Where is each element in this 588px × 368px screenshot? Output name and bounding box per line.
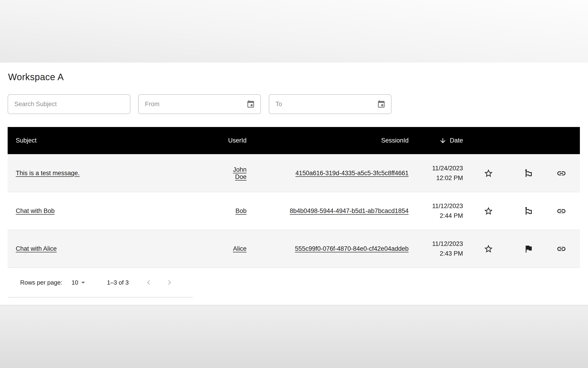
calendar-icon xyxy=(377,100,386,109)
header-date-label: Date xyxy=(450,136,463,146)
table-pagination: Rows per page: 10 1–3 of 3 xyxy=(8,268,580,297)
rows-per-page-label: Rows per page: xyxy=(20,279,62,286)
pagination-range-label: 1–3 of 3 xyxy=(107,279,129,286)
page-title: Workspace A xyxy=(8,72,580,82)
userid-link[interactable]: Alice xyxy=(233,245,246,252)
userid-link[interactable]: John Doe xyxy=(233,166,246,180)
sessionid-link[interactable]: 8b4b0498-5944-4947-b5d1-ab7bcacd1854 xyxy=(290,207,409,214)
header-date-sort[interactable]: Date xyxy=(409,136,463,146)
date-cell: 11/12/2023 2:44 PM xyxy=(409,201,463,221)
sessionid-link[interactable]: 555c99f0-076f-4870-84e0-cf42e04addeb xyxy=(295,245,409,252)
date-cell: 11/12/2023 2:43 PM xyxy=(409,239,463,259)
table-row: Chat with Alice Alice 555c99f0-076f-4870… xyxy=(8,230,580,267)
flag-filled-icon xyxy=(524,244,533,254)
date-cell: 11/24/2023 12:02 PM xyxy=(409,164,463,183)
table-row: Chat with Bob Bob 8b4b0498-5944-4947-b5d… xyxy=(8,192,580,230)
to-date-calendar-button[interactable] xyxy=(375,98,388,111)
flag-button[interactable] xyxy=(520,203,537,219)
header-userid: UserId xyxy=(210,137,246,144)
search-subject-input[interactable] xyxy=(8,95,130,114)
date-value: 11/12/2023 xyxy=(409,239,463,249)
star-outline-icon xyxy=(483,244,493,254)
table-row: This is a test message. John Doe 4150a61… xyxy=(8,154,580,192)
to-date-input[interactable] xyxy=(269,95,391,114)
from-date-calendar-button[interactable] xyxy=(244,98,257,111)
star-button[interactable] xyxy=(480,203,497,219)
flag-button[interactable] xyxy=(520,165,537,182)
search-subject-field xyxy=(8,94,130,114)
date-value: 11/24/2023 xyxy=(409,164,463,173)
time-value: 2:44 PM xyxy=(409,211,463,221)
previous-page-button[interactable] xyxy=(141,275,157,290)
chevron-left-icon xyxy=(144,278,153,287)
flag-outline-icon xyxy=(524,168,533,178)
sessions-table: Subject UserId SessionId Date This is a … xyxy=(8,127,580,268)
to-date-field xyxy=(269,94,391,114)
time-value: 2:43 PM xyxy=(409,249,463,259)
star-outline-icon xyxy=(483,168,493,178)
from-date-input[interactable] xyxy=(139,95,260,114)
link-icon xyxy=(556,244,566,254)
star-button[interactable] xyxy=(480,241,497,257)
chevron-right-icon xyxy=(165,278,174,287)
top-gradient-background xyxy=(0,0,588,63)
sessionid-link[interactable]: 4150a616-319d-4335-a5c5-3fc5c8ff4661 xyxy=(295,170,409,177)
userid-link[interactable]: Bob xyxy=(236,207,246,214)
calendar-icon xyxy=(246,100,255,109)
header-subject: Subject xyxy=(8,137,210,144)
table-body: This is a test message. John Doe 4150a61… xyxy=(8,154,580,268)
filter-bar xyxy=(8,94,580,114)
subject-link[interactable]: This is a test message. xyxy=(16,170,80,177)
link-icon xyxy=(556,206,566,216)
sort-arrow-down-icon xyxy=(439,137,447,144)
date-value: 11/12/2023 xyxy=(409,201,463,211)
copy-link-button[interactable] xyxy=(553,165,570,182)
table-header-row: Subject UserId SessionId Date xyxy=(8,127,580,154)
time-value: 12:02 PM xyxy=(409,173,463,183)
dropdown-caret-icon xyxy=(79,278,88,287)
from-date-field xyxy=(138,94,261,114)
flag-button[interactable] xyxy=(520,241,537,257)
copy-link-button[interactable] xyxy=(553,203,570,219)
link-icon xyxy=(556,168,566,178)
star-outline-icon xyxy=(483,206,493,216)
workspace-panel: Workspace A Subject UserId SessionId Dat… xyxy=(0,63,588,305)
star-button[interactable] xyxy=(480,165,497,182)
subject-link[interactable]: Chat with Alice xyxy=(16,245,57,252)
copy-link-button[interactable] xyxy=(553,241,570,257)
header-sessionid: SessionId xyxy=(246,137,409,144)
pagination-divider xyxy=(8,297,193,298)
rows-per-page-value: 10 xyxy=(71,279,78,286)
subject-link[interactable]: Chat with Bob xyxy=(16,207,55,214)
bottom-gradient-background xyxy=(0,305,588,368)
next-page-button[interactable] xyxy=(162,275,177,290)
rows-per-page-select[interactable]: 10 xyxy=(71,278,88,287)
flag-outline-icon xyxy=(524,206,533,216)
